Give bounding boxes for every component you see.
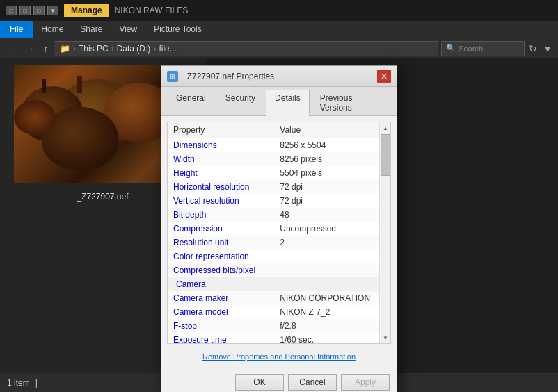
path-thispc-label: This PC bbox=[79, 44, 109, 54]
table-row: Color representation bbox=[168, 250, 390, 263]
scrollbar-track[interactable]: ▲ ▼ bbox=[379, 122, 390, 343]
prop-value: Uncompressed bbox=[274, 222, 390, 236]
dialog-title: _Z727907.nef Properties bbox=[182, 72, 373, 81]
ribbon-tab-picture-tools[interactable]: Picture Tools bbox=[145, 21, 209, 38]
dialog-title-bar: ⊞ _Z727907.nef Properties ✕ bbox=[161, 66, 397, 87]
properties-dialog: ⊞ _Z727907.nef Properties ✕ General Secu… bbox=[161, 65, 397, 392]
prop-value: 2 bbox=[274, 236, 390, 250]
prop-value: 72 dpi bbox=[274, 194, 390, 208]
scroll-down[interactable]: ▼ bbox=[380, 332, 391, 343]
scroll-up[interactable]: ▲ bbox=[380, 122, 391, 133]
remove-properties-link[interactable]: Remove Properties and Personal Informati… bbox=[202, 352, 356, 361]
dialog-tabs: General Security Details Previous Versio… bbox=[161, 87, 397, 116]
prop-name: Height bbox=[168, 166, 274, 180]
link-area: Remove Properties and Personal Informati… bbox=[161, 344, 397, 368]
path-thispc: 📁 bbox=[60, 44, 70, 54]
search-placeholder: Search... bbox=[459, 44, 489, 53]
table-row: Bit depth 48 bbox=[168, 208, 390, 222]
app-title: NIKON RAW FILES bbox=[115, 6, 189, 15]
table-row: Resolution unit 2 bbox=[168, 236, 390, 250]
prop-value: NIKON CORPORATION bbox=[274, 291, 390, 305]
prop-name: Compression bbox=[168, 222, 274, 236]
back-button[interactable]: ← bbox=[4, 42, 19, 56]
table-row: Vertical resolution 72 dpi bbox=[168, 194, 390, 208]
properties-table: Property Value Dimensions 8256 x 5504 Wi… bbox=[168, 122, 390, 344]
col-header-value: Value bbox=[274, 122, 390, 138]
tb-icon-3: □ bbox=[33, 6, 45, 15]
title-bar: □ □ □ ▼ Manage NIKON RAW FILES bbox=[0, 0, 558, 21]
prop-name: Exposure time bbox=[168, 333, 274, 344]
dropdown-arrow[interactable]: ▼ bbox=[541, 42, 554, 56]
tab-details[interactable]: Details bbox=[266, 90, 310, 116]
prop-value: 48 bbox=[274, 208, 390, 222]
ribbon-tab-home[interactable]: Home bbox=[33, 21, 72, 38]
prop-name: Vertical resolution bbox=[168, 194, 274, 208]
prop-value: 72 dpi bbox=[274, 180, 390, 194]
table-row: Height 5504 pixels bbox=[168, 166, 390, 180]
tab-previous-versions[interactable]: Previous Versions bbox=[311, 90, 395, 115]
table-row: Dimensions 8256 x 5504 bbox=[168, 138, 390, 153]
table-row: Camera model NIKON Z 7_2 bbox=[168, 305, 390, 319]
up-button[interactable]: ↑ bbox=[40, 42, 51, 56]
prop-value bbox=[274, 263, 390, 277]
table-row: Compression Uncompressed bbox=[168, 222, 390, 236]
ribbon-tab-file[interactable]: File bbox=[0, 21, 33, 38]
scrollbar-thumb[interactable] bbox=[381, 134, 390, 176]
refresh-button[interactable]: ↻ bbox=[527, 42, 539, 56]
prop-name: Width bbox=[168, 152, 274, 166]
prop-value bbox=[274, 250, 390, 263]
prop-value: 1/60 sec. bbox=[274, 333, 390, 344]
prop-value: 8256 pixels bbox=[274, 152, 390, 166]
dialog-content: Property Value Dimensions 8256 x 5504 Wi… bbox=[161, 116, 397, 368]
ribbon-tab-view[interactable]: View bbox=[111, 21, 145, 38]
prop-name: Bit depth bbox=[168, 208, 274, 222]
apply-button[interactable]: Apply bbox=[341, 374, 390, 391]
path-file: file... bbox=[159, 44, 176, 54]
table-row: Horizontal resolution 72 dpi bbox=[168, 180, 390, 194]
section-label: Camera bbox=[168, 277, 390, 291]
prop-name: Color representation bbox=[168, 250, 274, 263]
title-bar-icons: □ □ □ ▼ bbox=[6, 6, 58, 15]
table-row: Compressed bits/pixel bbox=[168, 263, 390, 277]
cancel-button[interactable]: Cancel bbox=[288, 374, 337, 391]
nav-bar: ← → ↑ 📁 › This PC › Data (D:) › file... … bbox=[0, 38, 558, 58]
main-area: _Z727907.nef ⊞ _Z727907.nef Properties ✕… bbox=[0, 58, 558, 373]
dialog-buttons: OK Cancel Apply bbox=[161, 368, 397, 392]
item-count: 1 item bbox=[7, 378, 30, 388]
section-header-camera: Camera bbox=[168, 277, 390, 291]
table-row: Exposure time 1/60 sec. bbox=[168, 333, 390, 344]
table-row: Camera maker NIKON CORPORATION bbox=[168, 291, 390, 305]
ribbon-tab-share[interactable]: Share bbox=[72, 21, 111, 38]
table-row: Width 8256 pixels bbox=[168, 152, 390, 166]
ribbon: File Home Share View Picture Tools bbox=[0, 21, 558, 38]
tab-security[interactable]: Security bbox=[216, 90, 264, 115]
address-bar[interactable]: 📁 › This PC › Data (D:) › file... bbox=[54, 41, 438, 56]
tb-icon-2: □ bbox=[19, 6, 31, 15]
prop-value: 5504 pixels bbox=[274, 166, 390, 180]
prop-name: F-stop bbox=[168, 319, 274, 333]
col-header-property: Property bbox=[168, 122, 274, 138]
prop-name: Horizontal resolution bbox=[168, 180, 274, 194]
ok-button[interactable]: OK bbox=[235, 374, 284, 391]
prop-name: Camera model bbox=[168, 305, 274, 319]
table-row: F-stop f/2.8 bbox=[168, 319, 390, 333]
tb-icon-1: □ bbox=[6, 6, 17, 15]
manage-tab[interactable]: Manage bbox=[64, 4, 109, 17]
prop-name: Dimensions bbox=[168, 138, 274, 153]
dialog-icon: ⊞ bbox=[167, 71, 178, 82]
search-icon: 🔍 bbox=[446, 44, 456, 53]
forward-button[interactable]: → bbox=[22, 42, 38, 56]
prop-name: Camera maker bbox=[168, 291, 274, 305]
prop-name: Resolution unit bbox=[168, 236, 274, 250]
prop-value: 8256 x 5504 bbox=[274, 138, 390, 153]
tab-general[interactable]: General bbox=[167, 90, 215, 115]
prop-name: Compressed bits/pixel bbox=[168, 263, 274, 277]
path-data: Data (D:) bbox=[117, 44, 151, 54]
search-box[interactable]: 🔍 Search... bbox=[441, 41, 525, 56]
dialog-close-button[interactable]: ✕ bbox=[377, 70, 391, 83]
dialog-overlay: ⊞ _Z727907.nef Properties ✕ General Secu… bbox=[0, 58, 558, 373]
prop-value: f/2.8 bbox=[274, 319, 390, 333]
tb-icon-4: ▼ bbox=[47, 6, 58, 15]
prop-value: NIKON Z 7_2 bbox=[274, 305, 390, 319]
properties-table-wrapper: Property Value Dimensions 8256 x 5504 Wi… bbox=[167, 122, 391, 344]
